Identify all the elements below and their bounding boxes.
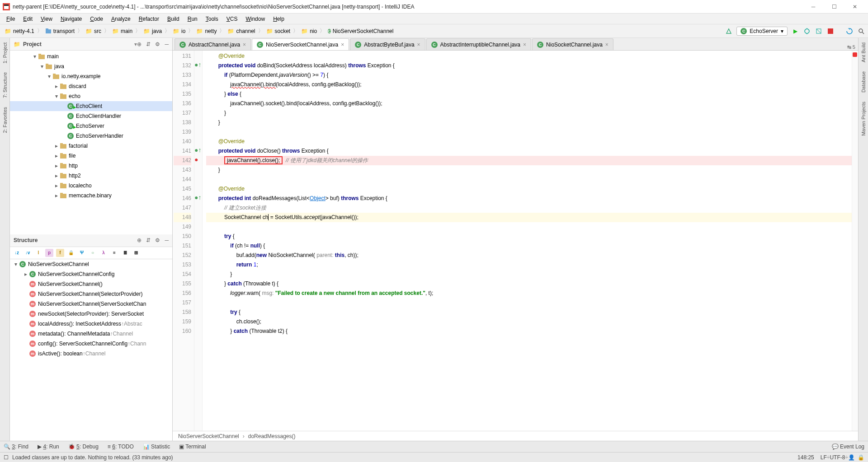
line-separator[interactable]: LF xyxy=(821,454,827,461)
breadcrumb-item[interactable]: 📁 socket xyxy=(264,27,292,35)
menu-run[interactable]: Run xyxy=(184,15,201,23)
coverage-button[interactable] xyxy=(815,27,823,35)
scroll-to-source-icon[interactable]: ⊕ xyxy=(137,41,142,47)
breadcrumb-item[interactable]: 📁 netty-4.1 xyxy=(3,27,36,35)
tree-row[interactable]: ▸memcache.binary xyxy=(10,191,172,201)
rail-item[interactable]: 1: Project xyxy=(1,38,9,68)
structure-root[interactable]: ▾CNioServerSocketChannel xyxy=(10,259,172,269)
show-fields-icon[interactable]: f xyxy=(56,249,64,257)
tree-row[interactable]: ▸factorial xyxy=(10,141,172,151)
close-icon[interactable]: × xyxy=(523,42,526,48)
overflow-tabs[interactable]: ↹ 5 xyxy=(844,44,858,50)
override-icon[interactable]: ●↑ xyxy=(194,194,201,201)
breadcrumb-item[interactable]: 📁 nio xyxy=(299,27,319,35)
tree-row[interactable]: CEchoServerHandler xyxy=(10,131,172,141)
breadcrumb-item[interactable]: transport xyxy=(43,27,76,35)
structure-item[interactable]: mNioServerSocketChannel(SelectorProvider… xyxy=(10,289,172,299)
override-icon[interactable]: ●↑ xyxy=(194,146,201,154)
menu-refactor[interactable]: Refactor xyxy=(135,15,163,23)
tree-row[interactable]: ▾echo xyxy=(10,91,172,101)
error-stripe[interactable] xyxy=(852,51,858,431)
menu-file[interactable]: File xyxy=(3,15,19,23)
tool-statistic[interactable]: 📊 Statistic xyxy=(143,443,170,450)
run-config-selector[interactable]: C EchoServer ▾ xyxy=(736,27,788,36)
expand-icon[interactable]: ≡ xyxy=(110,249,118,257)
menu-window[interactable]: Window xyxy=(242,15,269,23)
breakpoint-icon[interactable]: ● xyxy=(194,156,198,163)
structure-item[interactable]: mmetadata(): ChannelMetadata ↑Channel xyxy=(10,329,172,339)
show-properties-icon[interactable]: p xyxy=(45,249,53,257)
gear-icon[interactable]: ⚙ xyxy=(155,41,160,47)
hide-icon[interactable]: ─ xyxy=(165,41,169,47)
project-tree[interactable]: ▾main▾java▾io.netty.example▸discard▾echo… xyxy=(10,51,172,234)
editor-tab[interactable]: CNioSocketChannel.java× xyxy=(532,38,613,50)
tool-run[interactable]: ▶ 4: Run xyxy=(38,443,59,450)
close-icon[interactable]: × xyxy=(341,42,344,48)
lambda-icon[interactable]: λ xyxy=(99,249,108,257)
close-button[interactable]: ✕ xyxy=(844,0,865,13)
build-icon[interactable] xyxy=(725,27,733,35)
tree-row[interactable]: ▸discard xyxy=(10,81,172,91)
structure-tree[interactable]: ▾CNioServerSocketChannel▸CNioServerSocke… xyxy=(10,259,172,441)
structure-item[interactable]: misActive(): boolean ↑Channel xyxy=(10,349,172,359)
structure-item[interactable]: mNioServerSocketChannel() xyxy=(10,279,172,289)
tree-row[interactable]: ▸localecho xyxy=(10,181,172,191)
breadcrumb-item[interactable]: 📁 io xyxy=(171,27,187,35)
rail-item[interactable]: Database xyxy=(859,67,868,97)
collapse-all-icon[interactable]: ⇵ xyxy=(146,237,151,243)
menu-build[interactable]: Build xyxy=(164,15,183,23)
structure-item[interactable]: mconfig(): ServerSocketChannelConfig ↑Ch… xyxy=(10,339,172,349)
gear-icon[interactable]: ⚙ xyxy=(155,237,160,243)
breadcrumb-item[interactable]: 📁 src xyxy=(84,27,103,35)
breadcrumb-item[interactable]: 📁 main xyxy=(110,27,134,35)
inspections-icon[interactable]: 👤 xyxy=(848,454,855,461)
breadcrumb-method[interactable]: doReadMessages() xyxy=(248,433,296,439)
tree-row[interactable]: ▾java xyxy=(10,61,172,71)
editor-tab[interactable]: CAbstractByteBuf.java× xyxy=(350,38,425,50)
menu-analyze[interactable]: Analyze xyxy=(108,15,134,23)
autoscroll-icon[interactable]: ⊞ xyxy=(132,249,140,257)
close-icon[interactable]: × xyxy=(605,42,609,48)
update-button[interactable] xyxy=(845,27,854,35)
search-everywhere-button[interactable] xyxy=(857,27,865,35)
collapse-all-icon[interactable]: ⇵ xyxy=(146,41,151,47)
rail-item[interactable]: Ant Build xyxy=(859,38,868,67)
rail-item[interactable]: Maven Projects xyxy=(859,97,868,140)
event-log[interactable]: 💬 Event Log xyxy=(832,443,864,450)
structure-item[interactable]: ▸CNioServerSocketChannelConfig xyxy=(10,269,172,279)
caret-position[interactable]: 148:25 xyxy=(797,454,814,461)
maximize-button[interactable]: ☐ xyxy=(824,0,844,13)
collapse-icon[interactable]: ≣ xyxy=(121,249,129,257)
show-nonpublic-icon[interactable]: 🔒 xyxy=(67,249,75,257)
rail-item[interactable]: 7: Structure xyxy=(1,68,9,103)
rail-item[interactable]: 2: Favorites xyxy=(1,103,9,137)
breadcrumb-class[interactable]: NioServerSocketChannel xyxy=(178,433,239,439)
annotation-gutter[interactable]: ●↑●↑●●↑ xyxy=(194,51,203,431)
stop-button[interactable] xyxy=(826,27,835,35)
tree-row[interactable]: C▶EchoClient xyxy=(10,101,172,111)
code-content[interactable]: @Override protected void doBind(SocketAd… xyxy=(203,51,852,431)
sort-alpha-icon[interactable]: ↓z xyxy=(13,249,21,257)
menu-view[interactable]: View xyxy=(37,15,56,23)
tree-row[interactable]: CEchoClientHandler xyxy=(10,111,172,121)
editor-tab[interactable]: CAbstractChannel.java× xyxy=(175,38,251,50)
structure-item[interactable]: mNioServerSocketChannel(ServerSocketChan xyxy=(10,299,172,309)
tree-row[interactable]: C▶EchoServer xyxy=(10,121,172,131)
group-by-icon[interactable]: ○ xyxy=(89,249,97,257)
structure-item[interactable]: mlocalAddress(): InetSocketAddress ↑Abst… xyxy=(10,319,172,329)
sort-vis-icon[interactable]: ↓v xyxy=(24,249,32,257)
tool-todo[interactable]: ≡ 6: TODO xyxy=(108,443,134,450)
show-anonymous-icon[interactable]: Ψ xyxy=(78,249,86,257)
breadcrumb-item[interactable]: 📁 java xyxy=(142,27,164,35)
menu-vcs[interactable]: VCS xyxy=(223,15,241,23)
tool-find[interactable]: 🔍 3: Find xyxy=(4,443,28,450)
show-inherited-icon[interactable]: I xyxy=(34,249,42,257)
close-icon[interactable]: × xyxy=(243,42,246,48)
hide-icon[interactable]: ─ xyxy=(165,237,169,243)
menu-navigate[interactable]: Navigate xyxy=(57,15,85,23)
tree-row[interactable]: ▸http xyxy=(10,161,172,171)
tool-terminal[interactable]: ▣ Terminal xyxy=(179,443,206,450)
breadcrumb-item[interactable]: 📁 netty xyxy=(194,27,218,35)
menu-code[interactable]: Code xyxy=(86,15,107,23)
menu-tools[interactable]: Tools xyxy=(202,15,222,23)
